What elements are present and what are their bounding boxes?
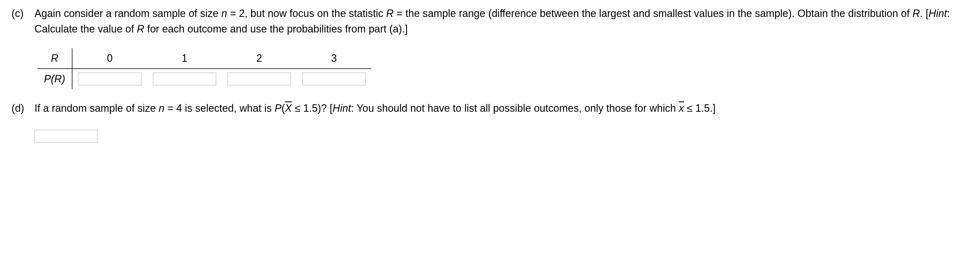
- answer-input-row: [35, 127, 969, 143]
- var-P: P: [274, 102, 282, 114]
- header-cell-1: 1: [147, 48, 222, 68]
- var-R: R: [386, 8, 394, 19]
- var-xbar: x: [679, 102, 684, 114]
- pr-input-2[interactable]: [228, 73, 291, 85]
- text: for each outcome and use the probabiliti…: [144, 23, 407, 35]
- text: . [: [920, 8, 929, 19]
- text: : You should not have to list all possib…: [351, 102, 679, 114]
- input-cell-0: [72, 70, 147, 88]
- input-cell-2: [222, 70, 297, 88]
- part-d-answer-input[interactable]: [35, 130, 98, 143]
- row-label-R: R: [37, 48, 72, 68]
- problem-d-content: If a random sample of size n = 4 is sele…: [35, 100, 969, 143]
- text: (: [282, 102, 285, 114]
- text: = 4 is selected, what is: [164, 102, 274, 114]
- text: If a random sample of size: [35, 102, 159, 114]
- distribution-table: R 0 1 2 3 P(R): [37, 48, 371, 89]
- text: = the sample range (difference between t…: [394, 8, 912, 19]
- var-n: n: [221, 8, 227, 19]
- text: Again consider a random sample of size: [35, 8, 221, 19]
- input-cell-1: [147, 70, 222, 88]
- header-cell-2: 2: [222, 48, 297, 68]
- header-cell-0: 0: [72, 48, 147, 68]
- problem-d-prompt: If a random sample of size n = 4 is sele…: [35, 100, 969, 116]
- var-n: n: [159, 102, 164, 114]
- header-cell-3: 3: [297, 48, 371, 68]
- problem-c-content: Again consider a random sample of size n…: [35, 6, 969, 89]
- pr-input-3[interactable]: [302, 73, 366, 85]
- problem-c: (c) Again consider a random sample of si…: [11, 6, 969, 89]
- var-Xbar: X: [285, 102, 292, 114]
- problem-c-prompt: Again consider a random sample of size n…: [35, 6, 969, 37]
- input-cell-3: [297, 70, 371, 88]
- var-R: R: [137, 23, 144, 35]
- problem-c-label: (c): [11, 6, 35, 21]
- problem-d-label: (d): [11, 100, 35, 116]
- pr-input-0[interactable]: [78, 73, 142, 85]
- row-label-PR: P(R): [37, 69, 72, 89]
- problem-d: (d) If a random sample of size n = 4 is …: [11, 100, 969, 143]
- table-data-row: P(R): [37, 69, 371, 89]
- table-header-row: R 0 1 2 3: [37, 48, 371, 69]
- hint-label: Hint: [929, 8, 947, 19]
- hint-label: Hint: [332, 102, 351, 114]
- pr-input-1[interactable]: [153, 73, 216, 85]
- text: ≤ 1.5.]: [684, 102, 716, 114]
- text: = 2, but now focus on the statistic: [227, 8, 386, 19]
- text: ≤ 1.5)? [: [292, 102, 332, 114]
- var-R: R: [912, 8, 920, 19]
